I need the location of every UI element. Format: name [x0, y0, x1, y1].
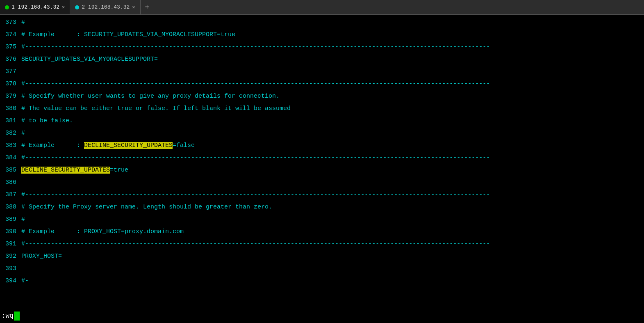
tab-2[interactable]: 2 192.168.43.32 ✕ — [70, 0, 140, 14]
tab-2-close[interactable]: ✕ — [132, 4, 135, 10]
command-cursor — [14, 312, 20, 321]
tab-1-label: 1 192.168.43.32 — [11, 4, 59, 10]
line-380: 380 # The value can be either true or fa… — [0, 103, 644, 115]
highlight-decline-385: DECLINE_SECURITY_UPDATES — [21, 167, 110, 174]
line-394: 394 #- — [0, 275, 644, 287]
line-387: 387 #-----------------------------------… — [0, 189, 644, 201]
line-390: 390 # Example : PROXY_HOST=proxy.domain.… — [0, 226, 644, 238]
tab-2-label: 2 192.168.43.32 — [82, 4, 130, 10]
line-375: 375 #-----------------------------------… — [0, 41, 644, 53]
line-384: 384 #-----------------------------------… — [0, 152, 644, 164]
line-378: 378 #-----------------------------------… — [0, 78, 644, 90]
tab-1-dot — [5, 5, 9, 9]
line-383: 383 # Example : DECLINE_SECURITY_UPDATES… — [0, 140, 644, 152]
highlight-decline-383: DECLINE_SECURITY_UPDATES — [84, 142, 173, 149]
new-tab-button[interactable]: + — [141, 0, 154, 14]
line-377: 377 — [0, 66, 644, 78]
line-382: 382 # — [0, 127, 644, 140]
line-385: 385 DECLINE_SECURITY_UPDATES=true — [0, 164, 644, 176]
title-bar: 1 192.168.43.32 ✕ 2 192.168.43.32 ✕ + — [0, 0, 644, 15]
status-bar: :wq — [0, 309, 644, 323]
line-379: 379 # Specify whether user wants to give… — [0, 90, 644, 103]
line-393: 393 — [0, 263, 644, 275]
line-376: 376 SECURITY_UPDATES_VIA_MYORACLESUPPORT… — [0, 53, 644, 66]
line-389: 389 # — [0, 213, 644, 226]
line-388: 388 # Specify the Proxy server name. Len… — [0, 201, 644, 213]
tab-2-dot — [75, 5, 79, 9]
line-381: 381 # to be false. — [0, 115, 644, 127]
tab-1[interactable]: 1 192.168.43.32 ✕ — [0, 0, 70, 14]
command-text: :wq — [2, 312, 14, 320]
editor-area: 373 # 374 # Example : SECURITY_UPDATES_V… — [0, 15, 644, 323]
line-374: 374 # Example : SECURITY_UPDATES_VIA_MYO… — [0, 29, 644, 41]
line-373: 373 # — [0, 16, 644, 29]
line-386: 386 — [0, 176, 644, 189]
tab-1-close[interactable]: ✕ — [62, 4, 65, 10]
line-391: 391 #-----------------------------------… — [0, 238, 644, 250]
line-392: 392 PROXY_HOST= — [0, 250, 644, 263]
